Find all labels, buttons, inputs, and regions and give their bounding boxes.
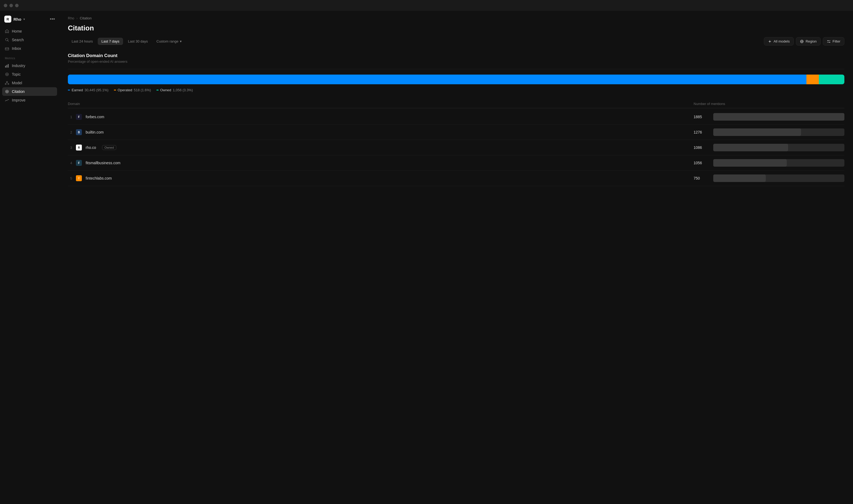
row-domain-info: 3 R rho.co Owned bbox=[68, 145, 694, 150]
filter-bar: Last 24 hours Last 7 days Last 30 days C… bbox=[68, 37, 845, 46]
legend-operated-value: 518 (1.6%) bbox=[134, 88, 151, 92]
legend-earned-label: Earned bbox=[72, 88, 83, 92]
row-mentions: 1276 bbox=[694, 128, 845, 136]
page-title: Citation bbox=[68, 24, 845, 32]
row-domain-info: 2 B builtin.com bbox=[68, 129, 694, 135]
legend-earned-value: 30,445 (95.1%) bbox=[85, 88, 109, 92]
mention-bar-bg bbox=[713, 175, 845, 182]
region-label: Region bbox=[805, 39, 817, 43]
mention-count: 1885 bbox=[694, 115, 708, 119]
mention-bar-fill bbox=[713, 113, 845, 121]
sidebar-item-topic[interactable]: Topic bbox=[2, 70, 57, 78]
svg-point-6 bbox=[6, 73, 8, 76]
row-rank: 5 bbox=[68, 176, 72, 180]
legend-earned: Earned 30,445 (95.1%) bbox=[68, 88, 109, 92]
row-rank: 2 bbox=[68, 130, 72, 134]
table-header: Domain Number of mentions bbox=[68, 100, 845, 108]
svg-rect-3 bbox=[5, 66, 6, 68]
sparkle-icon bbox=[768, 40, 772, 43]
main-content: Rho › Citation Citation Last 24 hours La… bbox=[59, 11, 853, 504]
domain-favicon: F bbox=[76, 114, 82, 120]
domain-table: 1 F forbes.com 1885 2 B builtin.com 1276… bbox=[68, 109, 845, 186]
globe-icon bbox=[800, 40, 804, 43]
all-models-label: All models bbox=[774, 39, 790, 43]
custom-range-chevron-icon: ▾ bbox=[180, 39, 182, 43]
metrics-label: Metrics bbox=[0, 53, 59, 61]
filter-button[interactable]: Filter bbox=[823, 37, 845, 46]
industry-icon bbox=[5, 64, 9, 68]
legend-owned-label: Owned bbox=[160, 88, 171, 92]
legend-dot-earned bbox=[68, 90, 70, 90]
time-filter-24h[interactable]: Last 24 hours bbox=[68, 38, 97, 45]
sidebar-item-improve-label: Improve bbox=[12, 98, 25, 102]
domain-name[interactable]: fitsmallbusiness.com bbox=[86, 161, 120, 165]
sidebar-item-improve[interactable]: Improve bbox=[2, 96, 57, 105]
breadcrumb-parent[interactable]: Rho bbox=[68, 16, 74, 20]
sidebar-item-industry[interactable]: Industry bbox=[2, 61, 57, 70]
brand[interactable]: R Rho ▾ bbox=[4, 16, 25, 23]
sidebar-item-model[interactable]: Model bbox=[2, 78, 57, 87]
brand-name: Rho bbox=[14, 17, 21, 21]
custom-range-label: Custom range bbox=[157, 39, 179, 43]
domain-name[interactable]: fintechlabs.com bbox=[86, 176, 112, 180]
mention-bar-fill bbox=[713, 159, 787, 167]
sidebar-item-citation[interactable]: Citation bbox=[2, 87, 57, 96]
mention-bar-bg bbox=[713, 159, 845, 167]
row-mentions: 1056 bbox=[694, 159, 845, 167]
traffic-light-red[interactable] bbox=[4, 4, 7, 7]
row-rank: 1 bbox=[68, 115, 72, 119]
domain-name[interactable]: builtin.com bbox=[86, 130, 104, 134]
sidebar-item-topic-label: Topic bbox=[12, 72, 21, 76]
metrics-nav: Industry Topic Model bbox=[0, 61, 59, 105]
breadcrumb-current: Citation bbox=[80, 16, 92, 20]
breadcrumb-separator: › bbox=[76, 16, 77, 20]
all-models-button[interactable]: All models bbox=[764, 37, 794, 46]
title-bar bbox=[0, 0, 853, 11]
mention-bar-fill bbox=[713, 128, 801, 136]
domain-name[interactable]: rho.co bbox=[86, 145, 96, 150]
domain-name[interactable]: forbes.com bbox=[86, 115, 104, 119]
model-icon bbox=[5, 81, 9, 85]
sliders-icon bbox=[827, 40, 831, 43]
bar-owned bbox=[819, 75, 845, 84]
row-domain-info: 4 F fitsmallbusiness.com bbox=[68, 160, 694, 166]
sidebar-item-search[interactable]: Search bbox=[2, 36, 57, 44]
brand-chevron-icon: ▾ bbox=[23, 18, 25, 21]
sidebar-more-button[interactable]: ••• bbox=[50, 16, 55, 22]
time-filter-7d[interactable]: Last 7 days bbox=[98, 38, 123, 45]
row-rank: 3 bbox=[68, 146, 72, 150]
custom-range-button[interactable]: Custom range ▾ bbox=[153, 38, 185, 45]
row-domain-info: 1 F forbes.com bbox=[68, 114, 694, 120]
col-domain-header: Domain bbox=[68, 102, 694, 106]
sidebar: R Rho ▾ ••• Home Search bbox=[0, 11, 59, 504]
brand-logo: R bbox=[4, 16, 11, 23]
traffic-light-green[interactable] bbox=[15, 4, 19, 7]
mention-bar-fill bbox=[713, 144, 788, 151]
sidebar-item-home-label: Home bbox=[12, 29, 22, 33]
row-mentions: 750 bbox=[694, 175, 845, 182]
legend-dot-owned bbox=[157, 90, 159, 90]
sidebar-item-inbox[interactable]: Inbox bbox=[2, 44, 57, 53]
legend-operated: Operated 518 (1.6%) bbox=[114, 88, 151, 92]
svg-point-15 bbox=[7, 91, 7, 92]
sidebar-item-home[interactable]: Home bbox=[2, 27, 57, 36]
svg-point-7 bbox=[6, 74, 7, 75]
col-mentions-header: Number of mentions bbox=[694, 102, 845, 106]
inbox-icon bbox=[5, 46, 9, 51]
time-filter-30d[interactable]: Last 30 days bbox=[124, 38, 151, 45]
traffic-light-yellow[interactable] bbox=[10, 4, 13, 7]
region-button[interactable]: Region bbox=[796, 37, 821, 46]
section-subtitle: Percentage of open-ended AI answers bbox=[68, 59, 845, 64]
svg-line-11 bbox=[6, 83, 7, 84]
table-row: 2 B builtin.com 1276 bbox=[68, 125, 845, 140]
domain-favicon: B bbox=[76, 129, 82, 135]
improve-icon bbox=[5, 98, 9, 102]
domain-favicon: F bbox=[76, 160, 82, 166]
row-mentions: 1885 bbox=[694, 113, 845, 121]
mention-bar-fill bbox=[713, 175, 766, 182]
sidebar-item-model-label: Model bbox=[12, 81, 22, 85]
row-mentions: 1086 bbox=[694, 144, 845, 151]
mention-bar-bg bbox=[713, 144, 845, 151]
mention-count: 1086 bbox=[694, 145, 708, 150]
svg-point-8 bbox=[6, 81, 7, 83]
